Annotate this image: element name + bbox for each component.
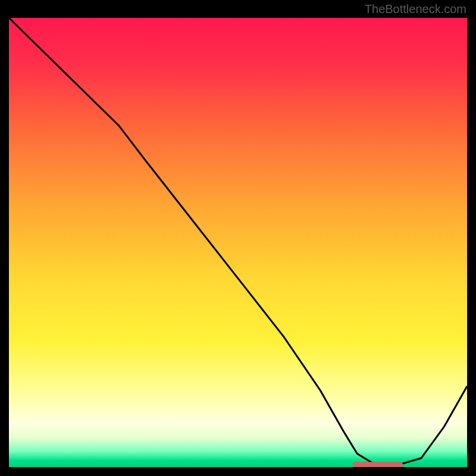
plot-area bbox=[9, 18, 467, 467]
chart-svg bbox=[9, 18, 467, 467]
chart-frame: TheBottleneck.com bbox=[0, 0, 476, 476]
chart-marker-band bbox=[353, 462, 403, 467]
watermark-text: TheBottleneck.com bbox=[365, 2, 466, 16]
